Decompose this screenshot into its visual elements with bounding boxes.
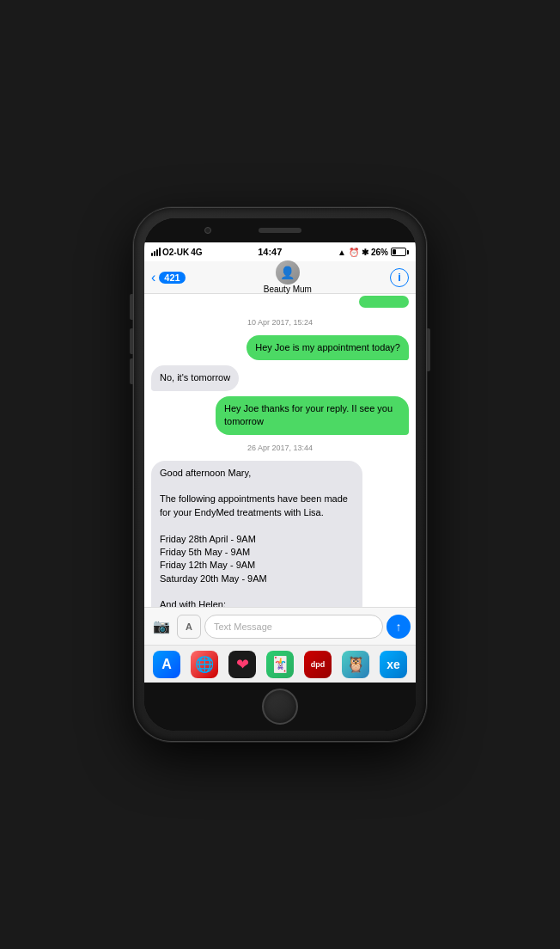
battery-tip <box>407 250 409 254</box>
timestamp-1: 10 Apr 2017, 15:24 <box>151 318 409 327</box>
message-row-sent-1: Hey Joe is my appointment today? <box>151 335 409 360</box>
partial-bubble <box>359 296 409 308</box>
status-left: O2-UK 4G <box>151 248 202 257</box>
partial-bubble-area <box>144 294 416 308</box>
avatar-icon: 👤 <box>280 266 295 279</box>
message-row-sent-2: Hey Joe thanks for your reply. II see yo… <box>151 396 409 435</box>
battery-icon <box>391 248 409 256</box>
info-icon: i <box>398 271 401 284</box>
contact-avatar: 👤 <box>276 260 300 285</box>
heart-icon: ❤ <box>236 655 249 674</box>
home-button[interactable] <box>262 689 298 725</box>
contact-name: Beauty Mum <box>264 285 312 294</box>
nav-bar: ‹ 421 👤 Beauty Mum i <box>144 261 416 294</box>
nav-info-button[interactable]: i <box>390 268 409 287</box>
back-arrow-icon: ‹ <box>151 270 155 285</box>
signal-bar-4 <box>159 248 161 256</box>
input-placeholder: Text Message <box>214 621 272 632</box>
apps-button[interactable]: A <box>177 615 201 639</box>
phone-bottom-bezel <box>144 683 416 731</box>
screen-content: O2-UK 4G 14:47 ▲ ⏰ ✱ 26% <box>144 242 416 683</box>
alarm-icon: ⏰ <box>349 248 359 257</box>
battery-body <box>391 248 406 256</box>
timestamp-2: 26 Apr 2017, 13:44 <box>151 444 409 452</box>
dock-owl[interactable]: 🦉 <box>342 651 369 678</box>
front-camera <box>204 227 211 234</box>
status-bar: O2-UK 4G 14:47 ▲ ⏰ ✱ 26% <box>144 242 416 261</box>
send-button[interactable]: ↑ <box>387 615 411 639</box>
bubble-received-2: Good afternoon Mary, The following appoi… <box>151 461 362 607</box>
phone-screen: O2-UK 4G 14:47 ▲ ⏰ ✱ 26% <box>144 218 416 731</box>
message-input[interactable]: Text Message <box>204 615 383 639</box>
cards-icon: 🃏 <box>271 655 289 674</box>
dock: A 🌐 ❤ 🃏 dpd 🦉 xe <box>144 645 416 683</box>
apps-icon: A <box>186 621 192 632</box>
dock-dpd[interactable]: dpd <box>304 651 332 678</box>
dock-xero[interactable]: xe <box>380 651 407 678</box>
network-label: 4G <box>191 248 202 257</box>
camera-button[interactable]: 📷 <box>149 615 173 639</box>
battery-fill <box>393 249 396 254</box>
bubble-received-1: No, it's tomorrow <box>151 365 239 390</box>
status-right: ▲ ⏰ ✱ 26% <box>338 248 409 257</box>
dock-heart[interactable]: ❤ <box>228 651 256 678</box>
speaker-grille <box>259 228 301 233</box>
message-row-received-1: No, it's tomorrow <box>151 365 409 390</box>
messages-area[interactable]: 10 Apr 2017, 15:24 Hey Joe is my appoint… <box>144 308 416 607</box>
globe-icon: 🌐 <box>195 655 214 674</box>
signal-bar-3 <box>156 249 158 256</box>
input-bar: 📷 A Text Message ↑ <box>144 607 416 645</box>
status-time: 14:47 <box>258 247 282 257</box>
location-icon: ▲ <box>338 248 346 257</box>
xero-icon: xe <box>387 658 400 671</box>
camera-icon: 📷 <box>153 618 170 634</box>
phone-top-bezel <box>144 218 416 242</box>
battery-percent: 26% <box>371 248 388 257</box>
dpd-icon: dpd <box>311 660 326 669</box>
dock-cards[interactable]: 🃏 <box>266 651 294 678</box>
signal-bar-2 <box>154 251 155 256</box>
bluetooth-icon: ✱ <box>362 248 368 257</box>
message-row-received-2: Good afternoon Mary, The following appoi… <box>151 461 409 607</box>
carrier-label: O2-UK <box>162 248 189 257</box>
signal-bar-1 <box>151 253 153 256</box>
app-store-icon: A <box>161 657 172 672</box>
send-icon: ↑ <box>396 620 402 634</box>
owl-icon: 🦉 <box>346 655 365 674</box>
bubble-sent-2: Hey Joe thanks for your reply. II see yo… <box>216 396 409 435</box>
phone-frame: O2-UK 4G 14:47 ▲ ⏰ ✱ 26% <box>134 208 426 741</box>
back-badge[interactable]: 421 <box>159 272 185 284</box>
nav-center[interactable]: 👤 Beauty Mum <box>264 260 312 294</box>
bubble-sent-1: Hey Joe is my appointment today? <box>247 335 409 360</box>
signal-bars <box>151 248 161 256</box>
nav-back[interactable]: ‹ 421 <box>151 270 186 285</box>
dock-app-store[interactable]: A <box>153 651 180 678</box>
dock-globe[interactable]: 🌐 <box>191 651 218 678</box>
